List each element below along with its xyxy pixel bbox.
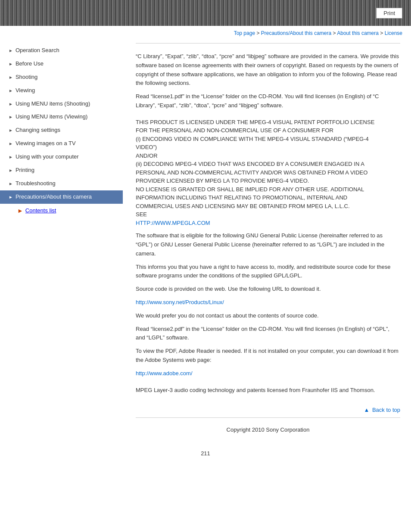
- breadcrumb-precautions[interactable]: Precautions/About this camera: [261, 30, 331, 36]
- clibrary-para2: Read “license1.pdf” in the “License” fol…: [136, 92, 400, 110]
- adobe-url[interactable]: http://www.adobe.com/: [136, 370, 193, 376]
- mpeg4-line10: INFORMATION INCLUDING THAT RELATING TO P…: [136, 193, 400, 202]
- main-layout: ► Operation Search ► Before Use ► Shooti…: [0, 40, 411, 446]
- sidebar-item-label: Precautions/About this camera: [16, 193, 92, 201]
- arrow-icon: ►: [9, 61, 13, 67]
- breadcrumb-top-page[interactable]: Top page: [234, 30, 255, 36]
- sidebar-item-operation-search[interactable]: ► Operation Search: [0, 44, 123, 57]
- sidebar-item-label: Using MENU items (Shooting): [16, 100, 90, 108]
- section-mpeg-layer3: MPEG Layer-3 audio coding technology and…: [136, 386, 400, 395]
- sidebar-item-label: Viewing: [16, 87, 35, 94]
- arrow-icon: ►: [9, 88, 13, 93]
- mpeg4-line2: FOR THE PERSONAL AND NON-COMMERCIAL USE …: [136, 126, 400, 135]
- sony-linux-url[interactable]: http://www.sony.net/Products/Linux/: [136, 299, 224, 305]
- copyright-text: Copyright 2010 Sony Corporation: [227, 426, 310, 433]
- sidebar-item-label: Printing: [16, 167, 34, 174]
- mpeg4-line1: THIS PRODUCT IS LICENSED UNDER THE MPEG-…: [136, 118, 400, 127]
- sidebar-item-troubleshooting[interactable]: ► Troubleshooting: [0, 177, 123, 190]
- breadcrumb-about-camera[interactable]: About this camera: [337, 30, 379, 36]
- gpl-para1: The software that is eligible for the fo…: [136, 231, 400, 258]
- sidebar-item-menu-viewing[interactable]: ► Using MENU items (Viewing): [0, 110, 123, 124]
- triangle-up-icon: ▲: [364, 407, 369, 413]
- mpeg4-line5: AND/OR: [136, 152, 400, 160]
- breadcrumb-license[interactable]: License: [385, 30, 402, 36]
- sidebar-item-printing[interactable]: ► Printing: [0, 164, 123, 177]
- arrow-icon: ►: [9, 48, 13, 53]
- mpeg4-line7: PERSONAL AND NON-COMMERCIAL ACTIVITY AND…: [136, 168, 400, 177]
- sidebar-item-shooting[interactable]: ► Shooting: [0, 71, 123, 84]
- arrow-icon: ►: [9, 141, 13, 146]
- mpeg4-line8: PROVIDER LICENSED BY MPEG LA TO PROVIDE …: [136, 177, 400, 185]
- header-bar: Print: [0, 0, 411, 26]
- breadcrumb: Top page > Precautions/About this camera…: [0, 26, 411, 40]
- mpeg-layer3-para: MPEG Layer-3 audio coding technology and…: [136, 386, 400, 395]
- mpeg4-line4: VIDEO”): [136, 143, 400, 152]
- gpl-url3: http://www.adobe.com/: [136, 369, 400, 378]
- sidebar-item-changing-settings[interactable]: ► Changing settings: [0, 124, 123, 137]
- arrow-icon: ►: [9, 101, 13, 107]
- top-divider: [136, 43, 400, 44]
- back-to-top-link[interactable]: ▲ Back to top: [364, 407, 400, 413]
- sidebar-item-label: Changing settings: [16, 127, 60, 134]
- mpeg4-line9: NO LICENSE IS GRANTED OR SHALL BE IMPLIE…: [136, 185, 400, 194]
- contents-list-link[interactable]: ► Contents list: [9, 204, 123, 218]
- sidebar-item-before-use[interactable]: ► Before Use: [0, 57, 123, 71]
- sidebar: ► Operation Search ► Before Use ► Shooti…: [0, 40, 123, 446]
- page-number: 211: [0, 446, 411, 461]
- gpl-url2: http://www.sony.net/Products/Linux/: [136, 298, 400, 307]
- mpeg4-line6: (ii) DECODING MPEG-4 VIDEO THAT WAS ENCO…: [136, 160, 400, 168]
- arrow-icon: ►: [9, 168, 13, 173]
- arrow-icon: ►: [9, 75, 13, 80]
- sidebar-item-label: Operation Search: [16, 47, 59, 54]
- print-button[interactable]: Print: [376, 8, 402, 19]
- contents-list-label[interactable]: Contents list: [25, 207, 56, 214]
- sidebar-item-precautions[interactable]: ► Precautions/About this camera: [0, 190, 123, 204]
- section-clibrary: “C Library”, “Expat”, “zlib”, “dtoa”, “p…: [136, 52, 400, 110]
- sidebar-item-label: Troubleshooting: [16, 180, 56, 187]
- sidebar-item-label: Shooting: [16, 74, 37, 81]
- mpeg4-line11: COMMERCIAL USES AND LICENSING MAY BE OBT…: [136, 202, 400, 211]
- mpegla-url[interactable]: HTTP://WWW.MPEGLA.COM: [136, 220, 210, 226]
- footer-divider: [136, 417, 400, 418]
- gpl-para5: Read “license2.pdf” in the “License” fol…: [136, 325, 400, 343]
- mpeg4-line3: (i) ENCODING VIDEO IN COMPLIANCE WITH TH…: [136, 135, 400, 143]
- gpl-para3: Source code is provided on the web. Use …: [136, 285, 400, 294]
- sidebar-item-viewing[interactable]: ► Viewing: [0, 84, 123, 97]
- sidebar-item-viewing-tv[interactable]: ► Viewing images on a TV: [0, 137, 123, 150]
- clibrary-para1: “C Library”, “Expat”, “zlib”, “dtoa”, “p…: [136, 52, 400, 88]
- sidebar-item-menu-shooting[interactable]: ► Using MENU items (Shooting): [0, 97, 123, 111]
- content-area: “C Library”, “Expat”, “zlib”, “dtoa”, “p…: [123, 40, 411, 446]
- arrow-icon: ►: [9, 128, 13, 133]
- arrow-icon: ►: [9, 181, 13, 187]
- arrow-icon: ►: [9, 154, 13, 160]
- gpl-para6: To view the PDF, Adobe Reader is needed.…: [136, 347, 400, 365]
- back-to-top-label: Back to top: [372, 407, 400, 413]
- arrow-right-icon: ►: [17, 207, 23, 214]
- mpeg4-line12: SEE: [136, 210, 400, 219]
- content-body: “C Library”, “Expat”, “zlib”, “dtoa”, “p…: [136, 52, 400, 395]
- sidebar-item-label: Before Use: [16, 60, 44, 68]
- section-gpl: The software that is eligible for the fo…: [136, 231, 400, 378]
- back-to-top: ▲ Back to top: [136, 402, 400, 415]
- sidebar-item-label: Viewing images on a TV: [16, 140, 76, 147]
- sidebar-item-label: Using with your computer: [16, 153, 79, 161]
- arrow-icon: ►: [9, 194, 13, 200]
- arrow-icon: ►: [9, 114, 13, 120]
- sidebar-item-computer[interactable]: ► Using with your computer: [0, 150, 123, 164]
- footer: Copyright 2010 Sony Corporation: [136, 420, 400, 437]
- gpl-para2: This informs you that you have a right t…: [136, 263, 400, 281]
- sidebar-item-label: Using MENU items (Viewing): [16, 113, 87, 121]
- gpl-para4: We would prefer you do not contact us ab…: [136, 311, 400, 320]
- section-mpeg4: THIS PRODUCT IS LICENSED UNDER THE MPEG-…: [136, 118, 400, 227]
